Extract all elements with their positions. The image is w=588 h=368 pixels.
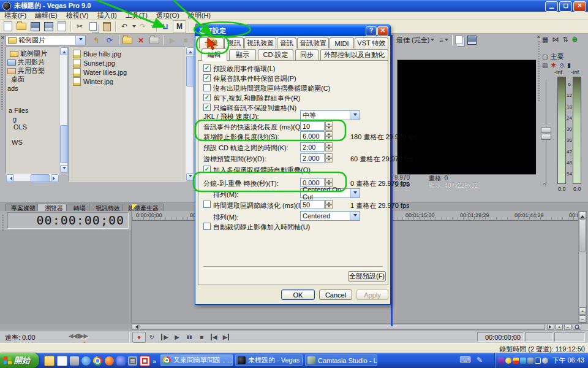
tab-cd-settings[interactable]: CD 設定 xyxy=(258,49,293,60)
insert-fx-icon[interactable]: ⋈ xyxy=(552,36,559,44)
tree-horizontal-scrollbar[interactable] xyxy=(6,174,59,182)
tree-vertical-scrollbar[interactable] xyxy=(59,47,67,174)
play-button[interactable]: ▶ xyxy=(171,332,183,342)
spin-buttons[interactable] xyxy=(325,131,333,140)
zonealarm-icon[interactable] xyxy=(513,358,519,364)
still-image-length-input[interactable]: 6.000 xyxy=(300,131,325,140)
delete-button[interactable]: ✕ xyxy=(135,34,147,46)
file-list[interactable]: Blue hills.jpg Sunset.jpg Water lilies.j… xyxy=(69,47,186,182)
task-button-browser[interactable]: 又來問簡單問題，... xyxy=(160,355,233,366)
scroll-left-button[interactable] xyxy=(6,174,14,182)
loop-playback-button[interactable]: ↻ xyxy=(146,332,158,342)
tree-item-files[interactable]: a Files xyxy=(9,106,28,114)
chevron-more-icon[interactable]: » xyxy=(153,358,156,365)
track-list-empty[interactable] xyxy=(0,231,131,324)
explorer-grip[interactable] xyxy=(1,42,3,110)
menu-help[interactable]: 說明(H) xyxy=(184,11,215,20)
spin-buttons[interactable] xyxy=(325,142,333,151)
tray-icon-2[interactable] xyxy=(505,358,511,364)
start-preview-button[interactable]: ▶ xyxy=(166,34,178,46)
auto-overlap-checkbox[interactable]: ✓ xyxy=(203,166,211,173)
tab-video[interactable]: 視訊 xyxy=(224,37,244,48)
preserve-pitch-checkbox[interactable]: ✓ xyxy=(203,74,211,82)
group-events-checkbox[interactable]: ✓ xyxy=(203,94,211,101)
undo-dropdown-arrow[interactable] xyxy=(132,25,136,29)
file-item[interactable]: Winter.jpg xyxy=(73,77,113,85)
tab-audio[interactable]: 音訊 xyxy=(277,37,296,48)
tab-video-device[interactable]: 視訊裝置 xyxy=(244,37,276,48)
messenger-icon[interactable] xyxy=(116,356,126,366)
stop-button[interactable]: ■ xyxy=(195,332,208,342)
alignment-combo-2[interactable]: Centered xyxy=(300,211,360,221)
restore-button[interactable]: ▢ xyxy=(559,1,572,12)
spin-buttons[interactable] xyxy=(325,121,333,131)
minimize-button[interactable]: ▁ xyxy=(545,1,558,12)
jkl-speed-combo[interactable]: 中等 xyxy=(300,110,360,120)
quality-dropdown-arrow[interactable] xyxy=(431,39,434,43)
overlay-options-icon[interactable]: ≡ xyxy=(439,36,443,44)
dialog-close-button[interactable]: ✕ xyxy=(377,26,388,36)
envelope-fade-checkbox[interactable] xyxy=(203,201,211,208)
scroll-right-button[interactable] xyxy=(51,174,59,182)
track-height-zoom-in-button[interactable]: + xyxy=(579,307,586,315)
tab-sync[interactable]: 同步 xyxy=(295,49,318,60)
cursor-preview-input[interactable]: 2.000 xyxy=(300,153,325,163)
play-from-start-button[interactable]: ▶ xyxy=(158,332,171,342)
explorer-address-combo[interactable]: 範例圖片 xyxy=(6,35,86,45)
tray-icon-4[interactable] xyxy=(520,358,526,364)
firefox-icon[interactable] xyxy=(105,356,114,366)
spin-buttons[interactable] xyxy=(325,200,333,209)
dialog-help-button[interactable]: ? xyxy=(366,26,377,36)
save-button[interactable] xyxy=(29,21,41,33)
my-documents-icon[interactable] xyxy=(44,356,55,366)
quick-fade-input[interactable]: 10 xyxy=(300,121,325,131)
tab-external-control[interactable]: 外部控制以及自動化 xyxy=(320,49,388,60)
new-folder-button[interactable] xyxy=(121,34,134,46)
tree-item-desktop[interactable]: 桌面 xyxy=(11,75,24,83)
record-bus-icon[interactable]: ✱ xyxy=(551,62,556,69)
internet-explorer-icon[interactable] xyxy=(81,356,91,366)
preview-quality-value[interactable]: 最佳 (完全) xyxy=(396,36,429,45)
solo-icon[interactable]: ▮ xyxy=(567,62,571,69)
enable-snapping-button[interactable]: ⊔ xyxy=(159,21,172,33)
time-display[interactable]: 00:00:00;00 xyxy=(7,212,129,229)
apply-button[interactable]: Apply xyxy=(356,289,388,300)
mixer-close-icon[interactable]: ✕ xyxy=(537,34,541,40)
scrollbar-thumb[interactable] xyxy=(31,174,50,182)
scroll-up-button[interactable] xyxy=(579,212,586,219)
refresh-button[interactable]: ⟳ xyxy=(104,34,116,46)
go-to-end-button[interactable]: ▶ xyxy=(220,332,232,342)
auto-ripple-button[interactable]: M xyxy=(173,20,186,33)
collapse-loop-region-checkbox[interactable] xyxy=(203,84,211,91)
combo-dropdown-button[interactable] xyxy=(350,212,360,220)
paste-button[interactable] xyxy=(100,21,113,33)
combo-dropdown-button[interactable] xyxy=(350,189,360,197)
loop-events-checkbox[interactable]: ✓ xyxy=(203,64,211,72)
scroll-down-button[interactable] xyxy=(186,173,194,181)
scroll-down-button[interactable] xyxy=(60,165,68,173)
tray-icon-7[interactable] xyxy=(542,358,548,364)
redo-button[interactable]: ↷ xyxy=(137,21,149,33)
chrome-icon[interactable] xyxy=(93,356,102,366)
timeline-horizontal-scrollbar[interactable]: + − xyxy=(132,323,588,330)
tree-item-ols[interactable]: OLS xyxy=(13,123,27,131)
title-bar[interactable]: 未標題的 - Vegas Pro 9.0 ▁ ▢ ✕ xyxy=(0,0,588,12)
file-item[interactable]: Water lilies.jpg xyxy=(73,68,127,76)
publish-button[interactable] xyxy=(42,21,55,33)
properties-button[interactable] xyxy=(56,21,68,33)
transport-time-display[interactable]: 00:00:00;00 xyxy=(477,332,524,342)
tree-item-shared-music[interactable]: 共用音樂 xyxy=(7,67,45,75)
tab-midi[interactable]: MIDI xyxy=(330,37,354,48)
open-button[interactable] xyxy=(15,21,28,33)
menu-edit[interactable]: 編輯(E) xyxy=(31,11,62,20)
timeline-vertical-scrollbar[interactable]: + − xyxy=(578,211,587,323)
cancel-button[interactable]: Cancel xyxy=(319,289,352,300)
zoom-tool-button[interactable] xyxy=(573,324,581,330)
camera-icon[interactable] xyxy=(128,356,137,366)
copy-button[interactable] xyxy=(87,21,99,33)
pause-button[interactable]: ▮▮ xyxy=(183,332,195,342)
tree-item-sample-pictures[interactable]: 範例圖片 xyxy=(10,50,47,58)
tab-editing[interactable]: 編輯 xyxy=(202,48,227,61)
scrollbar-thumb[interactable] xyxy=(186,56,194,86)
selection-start-display[interactable] xyxy=(525,332,553,342)
